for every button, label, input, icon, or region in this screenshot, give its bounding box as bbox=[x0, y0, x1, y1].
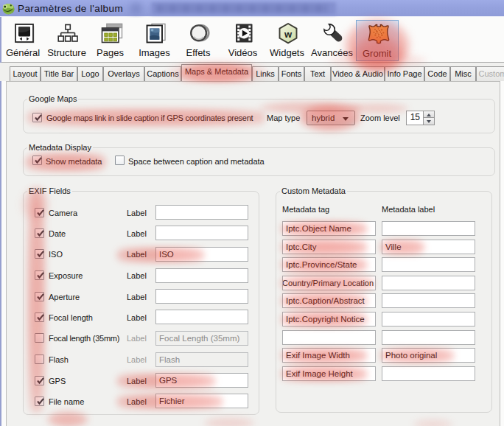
svg-text:w: w bbox=[283, 29, 292, 40]
